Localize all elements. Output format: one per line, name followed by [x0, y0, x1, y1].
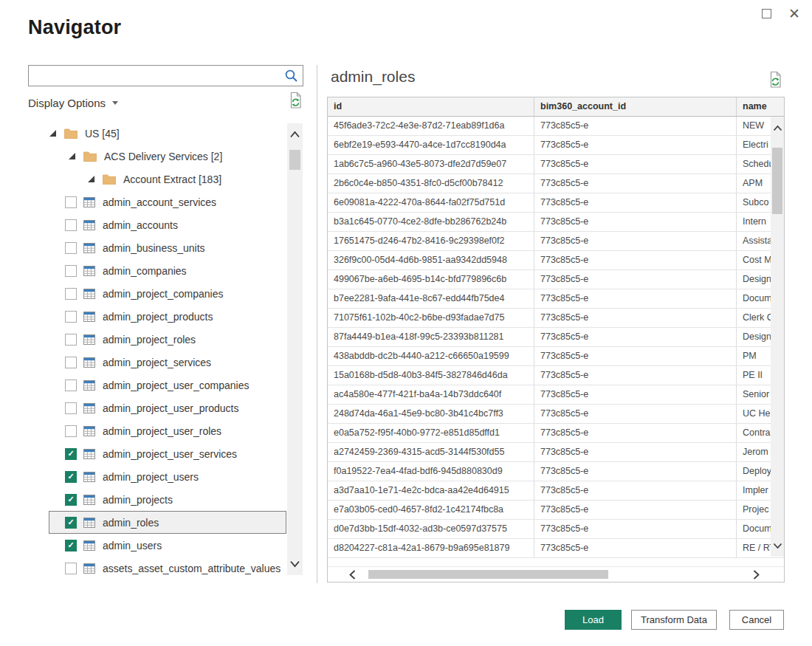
checkbox[interactable]: [65, 288, 77, 300]
scroll-down-button[interactable]: [771, 538, 784, 553]
checkbox[interactable]: [65, 219, 77, 231]
scroll-up-button[interactable]: [287, 127, 303, 142]
table-cell: 773c85c5-e: [534, 501, 737, 519]
tree-item-admin-accounts[interactable]: admin_accounts: [49, 213, 286, 236]
table-cell: 15a0168b-d5d8-40b3-84f5-3827846d46da: [328, 366, 534, 385]
search-input[interactable]: [28, 65, 303, 86]
table-cell: 773c85c5-e: [534, 289, 737, 308]
table-cell: 773c85c5-e: [534, 366, 737, 385]
tree-item-label: admin_roles: [103, 517, 159, 529]
column-header-bim360_account_id: bim360_account_id: [534, 97, 737, 116]
checkbox[interactable]: ✓: [65, 517, 77, 529]
tree-item-label: admin_projects: [103, 494, 173, 506]
table-cell: 1ab6c7c5-a960-43e5-8073-dfe2d7d59e07: [328, 155, 534, 173]
table-row: 71075f61-102b-40c2-b6be-d93fadae7d75773c…: [328, 309, 784, 328]
checkbox[interactable]: [65, 563, 77, 574]
checkbox[interactable]: ✓: [65, 494, 77, 506]
checkbox[interactable]: ✓: [65, 448, 77, 460]
transform-data-button[interactable]: Transform Data: [631, 610, 717, 630]
tree-item-account-extract-183[interactable]: Account Extract [183]: [49, 168, 286, 190]
cancel-button[interactable]: Cancel: [729, 610, 784, 630]
display-options-label: Display Options: [28, 97, 106, 109]
table-icon: [83, 311, 95, 323]
table-row: 17651475-d246-47b2-8416-9c29398ef0f2773c…: [328, 232, 784, 251]
table-cell: 45f6ade3-72c2-4e3e-87d2-71eab89f1d6a: [328, 117, 534, 135]
tree-item-admin-project-users[interactable]: ✓admin_project_users: [49, 465, 286, 488]
tree-item-label: ACS Delivery Services [2]: [104, 151, 222, 162]
folder-icon: [103, 174, 116, 185]
preview-vertical-scrollbar[interactable]: [771, 117, 784, 557]
preview-refresh-icon[interactable]: [768, 71, 783, 89]
triangle-expanded-icon[interactable]: [49, 130, 56, 137]
triangle-expanded-icon[interactable]: [69, 153, 75, 159]
scroll-up-button[interactable]: [771, 120, 784, 135]
tree-item-admin-business-units[interactable]: admin_business_units: [49, 236, 286, 259]
table-row: 438abddb-dc2b-4440-a212-c66650a19599773c…: [328, 347, 784, 366]
tree-item-admin-companies[interactable]: admin_companies: [49, 259, 286, 282]
checkbox[interactable]: [65, 196, 77, 208]
tree-item-admin-account-services[interactable]: admin_account_services: [49, 190, 286, 213]
checkbox[interactable]: [65, 425, 77, 437]
preview-table-body: 45f6ade3-72c2-4e3e-87d2-71eab89f1d6a773c…: [328, 117, 784, 558]
triangle-expanded-icon[interactable]: [88, 176, 94, 182]
table-icon: [83, 448, 95, 460]
preview-horizontal-scrollbar[interactable]: [328, 567, 784, 582]
maximize-button[interactable]: [757, 4, 775, 22]
scroll-down-button[interactable]: [287, 557, 303, 571]
tree-item-admin-project-roles[interactable]: admin_project_roles: [49, 328, 286, 351]
checkbox[interactable]: [65, 402, 77, 414]
scroll-left-button[interactable]: [344, 567, 360, 582]
table-cell: d8204227-c81a-42a1-8679-b9a695e81879: [328, 539, 534, 557]
table-icon: [83, 219, 95, 231]
preview-title: admin_roles: [331, 68, 415, 86]
close-button[interactable]: ✕: [785, 4, 803, 22]
tree-item-admin-projects[interactable]: ✓admin_projects: [49, 488, 286, 511]
table-row: e7a03b05-ced0-4657-8fd2-1c42174fbc8a773c…: [328, 501, 784, 520]
tree-item-admin-project-user-products[interactable]: admin_project_user_products: [49, 396, 286, 419]
table-icon: [83, 517, 95, 529]
tree-item-admin-project-companies[interactable]: admin_project_companies: [49, 282, 286, 305]
table-cell: e0a5a752-f95f-40b0-9772-e851d85dffd1: [328, 424, 534, 442]
scroll-thumb[interactable]: [772, 148, 782, 214]
tree-item-assets-asset-custom-attribute-values[interactable]: assets_asset_custom_attribute_values: [49, 557, 286, 580]
checkbox[interactable]: [65, 311, 77, 323]
checkbox[interactable]: [65, 265, 77, 277]
tree-item-admin-project-services[interactable]: admin_project_services: [49, 351, 286, 374]
scroll-thumb[interactable]: [368, 570, 608, 579]
refresh-list-icon[interactable]: [288, 92, 303, 109]
folder-icon: [64, 128, 78, 139]
checkbox[interactable]: ✓: [65, 471, 77, 483]
tree-item-admin-roles[interactable]: ✓admin_roles: [49, 511, 286, 534]
tree-item-admin-project-products[interactable]: admin_project_products: [49, 305, 286, 328]
table-row: 2b6c0c4e-b850-4351-8fc0-d5cf00b78412773c…: [328, 174, 784, 193]
scroll-right-button[interactable]: [749, 567, 765, 582]
folder-icon: [83, 151, 97, 162]
tree-item-us-45[interactable]: US [45]: [49, 122, 286, 145]
table-cell: 773c85c5-e: [534, 385, 737, 404]
checkbox[interactable]: [65, 379, 77, 391]
tree-item-admin-project-user-companies[interactable]: admin_project_user_companies: [49, 374, 286, 396]
checkbox[interactable]: [65, 242, 77, 254]
close-icon: ✕: [788, 5, 800, 22]
checkbox[interactable]: [65, 334, 77, 346]
panel-divider: [317, 65, 317, 583]
table-row: 499067be-a6eb-4695-b14c-bfd779896c6b773c…: [328, 270, 784, 289]
load-button[interactable]: Load: [565, 610, 622, 630]
tree-scrollbar[interactable]: [287, 123, 303, 575]
table-row: a2742459-2369-4315-acd5-3144f530fd55773c…: [328, 443, 784, 462]
tree-item-admin-project-user-services[interactable]: ✓admin_project_user_services: [49, 442, 286, 465]
display-options-dropdown[interactable]: Display Options: [28, 95, 118, 111]
tree-item-admin-users[interactable]: ✓admin_users: [49, 534, 286, 557]
scroll-thumb[interactable]: [289, 150, 300, 170]
navigator-dialog: ✕ Navigator Display Options US [45]A: [0, 0, 812, 646]
checkbox[interactable]: ✓: [65, 540, 77, 551]
tree-item-label: admin_project_companies: [103, 288, 223, 300]
tree-item-label: admin_project_user_services: [103, 448, 237, 460]
tree-item-label: admin_users: [103, 540, 162, 551]
tree-item-admin-project-user-roles[interactable]: admin_project_user_roles: [49, 419, 286, 442]
page-title: Navigator: [28, 16, 121, 39]
checkbox[interactable]: [65, 357, 77, 368]
tree-item-acs-delivery-services-2[interactable]: ACS Delivery Services [2]: [49, 145, 286, 168]
table-cell: 773c85c5-e: [534, 213, 737, 231]
tree-item-label: admin_project_roles: [103, 334, 196, 346]
